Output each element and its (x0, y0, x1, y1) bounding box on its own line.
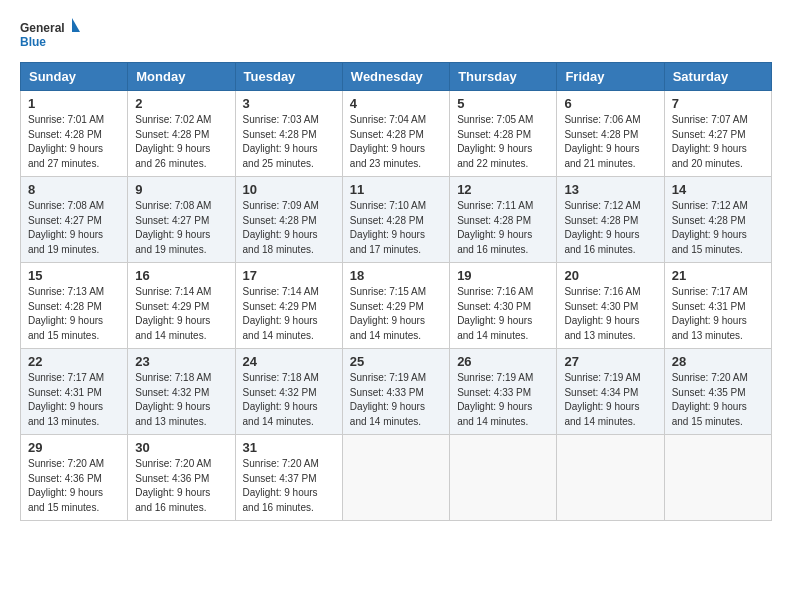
calendar-cell: 11Sunrise: 7:10 AMSunset: 4:28 PMDayligh… (342, 177, 449, 263)
day-number: 30 (135, 440, 227, 455)
day-number: 3 (243, 96, 335, 111)
column-header-wednesday: Wednesday (342, 63, 449, 91)
calendar-cell: 16Sunrise: 7:14 AMSunset: 4:29 PMDayligh… (128, 263, 235, 349)
day-number: 1 (28, 96, 120, 111)
day-number: 10 (243, 182, 335, 197)
calendar-cell: 10Sunrise: 7:09 AMSunset: 4:28 PMDayligh… (235, 177, 342, 263)
calendar-cell: 23Sunrise: 7:18 AMSunset: 4:32 PMDayligh… (128, 349, 235, 435)
calendar-cell: 19Sunrise: 7:16 AMSunset: 4:30 PMDayligh… (450, 263, 557, 349)
day-info: Sunrise: 7:20 AMSunset: 4:36 PMDaylight:… (135, 457, 227, 515)
day-info: Sunrise: 7:08 AMSunset: 4:27 PMDaylight:… (135, 199, 227, 257)
calendar-cell: 31Sunrise: 7:20 AMSunset: 4:37 PMDayligh… (235, 435, 342, 521)
day-info: Sunrise: 7:17 AMSunset: 4:31 PMDaylight:… (672, 285, 764, 343)
column-header-tuesday: Tuesday (235, 63, 342, 91)
calendar-cell (342, 435, 449, 521)
day-number: 12 (457, 182, 549, 197)
calendar-week-row: 29Sunrise: 7:20 AMSunset: 4:36 PMDayligh… (21, 435, 772, 521)
calendar-cell: 8Sunrise: 7:08 AMSunset: 4:27 PMDaylight… (21, 177, 128, 263)
day-info: Sunrise: 7:17 AMSunset: 4:31 PMDaylight:… (28, 371, 120, 429)
day-info: Sunrise: 7:07 AMSunset: 4:27 PMDaylight:… (672, 113, 764, 171)
calendar-cell (664, 435, 771, 521)
column-header-monday: Monday (128, 63, 235, 91)
day-info: Sunrise: 7:10 AMSunset: 4:28 PMDaylight:… (350, 199, 442, 257)
day-number: 2 (135, 96, 227, 111)
day-info: Sunrise: 7:11 AMSunset: 4:28 PMDaylight:… (457, 199, 549, 257)
day-number: 28 (672, 354, 764, 369)
day-info: Sunrise: 7:14 AMSunset: 4:29 PMDaylight:… (243, 285, 335, 343)
day-info: Sunrise: 7:01 AMSunset: 4:28 PMDaylight:… (28, 113, 120, 171)
day-number: 26 (457, 354, 549, 369)
page-header: General Blue (20, 16, 772, 52)
day-number: 20 (564, 268, 656, 283)
calendar-table: SundayMondayTuesdayWednesdayThursdayFrid… (20, 62, 772, 521)
day-info: Sunrise: 7:20 AMSunset: 4:35 PMDaylight:… (672, 371, 764, 429)
day-info: Sunrise: 7:16 AMSunset: 4:30 PMDaylight:… (457, 285, 549, 343)
day-number: 5 (457, 96, 549, 111)
day-number: 25 (350, 354, 442, 369)
day-info: Sunrise: 7:19 AMSunset: 4:33 PMDaylight:… (350, 371, 442, 429)
day-info: Sunrise: 7:14 AMSunset: 4:29 PMDaylight:… (135, 285, 227, 343)
day-info: Sunrise: 7:19 AMSunset: 4:34 PMDaylight:… (564, 371, 656, 429)
column-header-sunday: Sunday (21, 63, 128, 91)
calendar-cell: 28Sunrise: 7:20 AMSunset: 4:35 PMDayligh… (664, 349, 771, 435)
calendar-cell: 29Sunrise: 7:20 AMSunset: 4:36 PMDayligh… (21, 435, 128, 521)
day-number: 22 (28, 354, 120, 369)
day-number: 9 (135, 182, 227, 197)
day-number: 19 (457, 268, 549, 283)
calendar-cell: 27Sunrise: 7:19 AMSunset: 4:34 PMDayligh… (557, 349, 664, 435)
day-info: Sunrise: 7:03 AMSunset: 4:28 PMDaylight:… (243, 113, 335, 171)
day-number: 14 (672, 182, 764, 197)
day-number: 7 (672, 96, 764, 111)
day-info: Sunrise: 7:16 AMSunset: 4:30 PMDaylight:… (564, 285, 656, 343)
calendar-cell (450, 435, 557, 521)
calendar-cell: 15Sunrise: 7:13 AMSunset: 4:28 PMDayligh… (21, 263, 128, 349)
calendar-week-row: 15Sunrise: 7:13 AMSunset: 4:28 PMDayligh… (21, 263, 772, 349)
calendar-cell: 25Sunrise: 7:19 AMSunset: 4:33 PMDayligh… (342, 349, 449, 435)
day-number: 11 (350, 182, 442, 197)
day-number: 18 (350, 268, 442, 283)
calendar-week-row: 8Sunrise: 7:08 AMSunset: 4:27 PMDaylight… (21, 177, 772, 263)
svg-text:General: General (20, 21, 65, 35)
day-info: Sunrise: 7:20 AMSunset: 4:37 PMDaylight:… (243, 457, 335, 515)
day-number: 23 (135, 354, 227, 369)
column-header-saturday: Saturday (664, 63, 771, 91)
day-number: 6 (564, 96, 656, 111)
calendar-cell: 21Sunrise: 7:17 AMSunset: 4:31 PMDayligh… (664, 263, 771, 349)
day-info: Sunrise: 7:19 AMSunset: 4:33 PMDaylight:… (457, 371, 549, 429)
calendar-cell: 7Sunrise: 7:07 AMSunset: 4:27 PMDaylight… (664, 91, 771, 177)
day-info: Sunrise: 7:08 AMSunset: 4:27 PMDaylight:… (28, 199, 120, 257)
calendar-cell: 13Sunrise: 7:12 AMSunset: 4:28 PMDayligh… (557, 177, 664, 263)
calendar-week-row: 22Sunrise: 7:17 AMSunset: 4:31 PMDayligh… (21, 349, 772, 435)
calendar-cell: 26Sunrise: 7:19 AMSunset: 4:33 PMDayligh… (450, 349, 557, 435)
calendar-cell: 5Sunrise: 7:05 AMSunset: 4:28 PMDaylight… (450, 91, 557, 177)
day-number: 27 (564, 354, 656, 369)
day-number: 8 (28, 182, 120, 197)
day-number: 15 (28, 268, 120, 283)
calendar-cell: 2Sunrise: 7:02 AMSunset: 4:28 PMDaylight… (128, 91, 235, 177)
calendar-cell: 22Sunrise: 7:17 AMSunset: 4:31 PMDayligh… (21, 349, 128, 435)
calendar-cell: 1Sunrise: 7:01 AMSunset: 4:28 PMDaylight… (21, 91, 128, 177)
day-number: 31 (243, 440, 335, 455)
day-info: Sunrise: 7:18 AMSunset: 4:32 PMDaylight:… (135, 371, 227, 429)
calendar-header-row: SundayMondayTuesdayWednesdayThursdayFrid… (21, 63, 772, 91)
calendar-cell: 24Sunrise: 7:18 AMSunset: 4:32 PMDayligh… (235, 349, 342, 435)
column-header-friday: Friday (557, 63, 664, 91)
calendar-cell: 3Sunrise: 7:03 AMSunset: 4:28 PMDaylight… (235, 91, 342, 177)
day-info: Sunrise: 7:18 AMSunset: 4:32 PMDaylight:… (243, 371, 335, 429)
calendar-cell: 12Sunrise: 7:11 AMSunset: 4:28 PMDayligh… (450, 177, 557, 263)
calendar-cell: 14Sunrise: 7:12 AMSunset: 4:28 PMDayligh… (664, 177, 771, 263)
day-info: Sunrise: 7:02 AMSunset: 4:28 PMDaylight:… (135, 113, 227, 171)
day-number: 16 (135, 268, 227, 283)
day-info: Sunrise: 7:12 AMSunset: 4:28 PMDaylight:… (564, 199, 656, 257)
calendar-cell: 4Sunrise: 7:04 AMSunset: 4:28 PMDaylight… (342, 91, 449, 177)
day-number: 17 (243, 268, 335, 283)
day-info: Sunrise: 7:12 AMSunset: 4:28 PMDaylight:… (672, 199, 764, 257)
day-number: 4 (350, 96, 442, 111)
svg-text:Blue: Blue (20, 35, 46, 49)
day-info: Sunrise: 7:05 AMSunset: 4:28 PMDaylight:… (457, 113, 549, 171)
day-info: Sunrise: 7:04 AMSunset: 4:28 PMDaylight:… (350, 113, 442, 171)
day-number: 13 (564, 182, 656, 197)
column-header-thursday: Thursday (450, 63, 557, 91)
calendar-cell: 20Sunrise: 7:16 AMSunset: 4:30 PMDayligh… (557, 263, 664, 349)
calendar-cell: 17Sunrise: 7:14 AMSunset: 4:29 PMDayligh… (235, 263, 342, 349)
